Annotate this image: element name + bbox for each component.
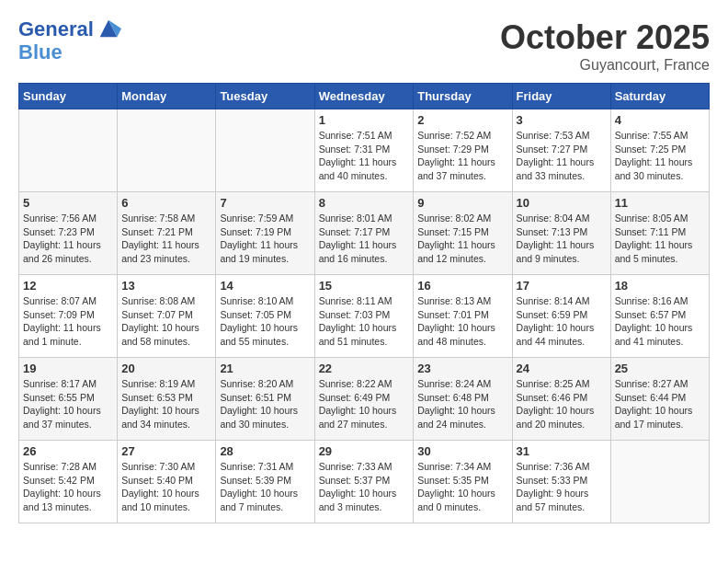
day-cell: 7Sunrise: 7:59 AMSunset: 7:19 PMDaylight… xyxy=(216,192,314,275)
day-number: 25 xyxy=(615,362,705,375)
day-cell: 2Sunrise: 7:52 AMSunset: 7:29 PMDaylight… xyxy=(414,109,512,192)
day-cell xyxy=(118,109,216,192)
day-info: Sunrise: 8:14 AMSunset: 6:59 PMDaylight:… xyxy=(517,294,607,349)
day-number: 20 xyxy=(121,362,211,375)
day-number: 2 xyxy=(417,113,507,127)
day-cell: 4Sunrise: 7:55 AMSunset: 7:25 PMDaylight… xyxy=(610,109,709,192)
day-cell: 8Sunrise: 8:01 AMSunset: 7:17 PMDaylight… xyxy=(314,192,414,275)
day-number: 10 xyxy=(517,196,607,210)
day-number: 24 xyxy=(517,362,607,375)
day-info: Sunrise: 8:22 AMSunset: 6:49 PMDaylight:… xyxy=(319,377,410,431)
day-cell: 6Sunrise: 7:58 AMSunset: 7:21 PMDaylight… xyxy=(118,192,216,275)
day-number: 5 xyxy=(23,196,113,210)
week-row-2: 5Sunrise: 7:56 AMSunset: 7:23 PMDaylight… xyxy=(19,192,710,275)
day-cell: 23Sunrise: 8:24 AMSunset: 6:48 PMDayligh… xyxy=(414,358,512,441)
week-row-4: 19Sunrise: 8:17 AMSunset: 6:55 PMDayligh… xyxy=(19,358,710,441)
day-cell: 18Sunrise: 8:16 AMSunset: 6:57 PMDayligh… xyxy=(610,275,709,358)
day-info: Sunrise: 8:07 AMSunset: 7:09 PMDaylight:… xyxy=(23,294,113,349)
day-number: 13 xyxy=(121,279,211,293)
day-info: Sunrise: 7:30 AMSunset: 5:40 PMDaylight:… xyxy=(121,460,211,514)
day-cell: 1Sunrise: 7:51 AMSunset: 7:31 PMDaylight… xyxy=(314,109,414,192)
day-number: 1 xyxy=(319,113,410,127)
day-info: Sunrise: 8:17 AMSunset: 6:55 PMDaylight:… xyxy=(23,377,113,431)
day-info: Sunrise: 8:27 AMSunset: 6:44 PMDaylight:… xyxy=(615,377,705,431)
header-cell-friday: Friday xyxy=(512,84,610,109)
day-cell: 25Sunrise: 8:27 AMSunset: 6:44 PMDayligh… xyxy=(610,358,709,441)
day-number: 18 xyxy=(615,279,705,293)
location: Guyancourt, France xyxy=(500,57,710,74)
day-info: Sunrise: 8:11 AMSunset: 7:03 PMDaylight:… xyxy=(319,294,410,349)
day-info: Sunrise: 7:59 AMSunset: 7:19 PMDaylight:… xyxy=(220,212,310,266)
day-cell: 11Sunrise: 8:05 AMSunset: 7:11 PMDayligh… xyxy=(610,192,709,275)
day-number: 31 xyxy=(517,444,607,458)
day-info: Sunrise: 7:58 AMSunset: 7:21 PMDaylight:… xyxy=(121,212,211,266)
day-cell xyxy=(216,109,314,192)
day-info: Sunrise: 7:36 AMSunset: 5:33 PMDaylight:… xyxy=(517,460,607,514)
day-cell: 16Sunrise: 8:13 AMSunset: 7:01 PMDayligh… xyxy=(414,275,512,358)
day-number: 17 xyxy=(517,279,607,293)
day-number: 29 xyxy=(319,444,410,458)
week-row-5: 26Sunrise: 7:28 AMSunset: 5:42 PMDayligh… xyxy=(19,441,710,523)
logo-text: General Blue xyxy=(18,18,121,63)
day-cell xyxy=(19,109,118,192)
day-info: Sunrise: 7:55 AMSunset: 7:25 PMDaylight:… xyxy=(615,129,705,183)
day-number: 15 xyxy=(319,279,410,293)
day-number: 23 xyxy=(417,362,507,375)
day-cell: 30Sunrise: 7:34 AMSunset: 5:35 PMDayligh… xyxy=(414,441,512,523)
calendar-table: SundayMondayTuesdayWednesdayThursdayFrid… xyxy=(18,83,710,523)
day-cell: 27Sunrise: 7:30 AMSunset: 5:40 PMDayligh… xyxy=(118,441,216,523)
day-cell: 24Sunrise: 8:25 AMSunset: 6:46 PMDayligh… xyxy=(512,358,610,441)
title-area: October 2025 Guyancourt, France xyxy=(500,18,710,74)
day-number: 6 xyxy=(121,196,211,210)
day-info: Sunrise: 8:25 AMSunset: 6:46 PMDaylight:… xyxy=(517,377,607,431)
day-cell: 13Sunrise: 8:08 AMSunset: 7:07 PMDayligh… xyxy=(118,275,216,358)
day-number: 7 xyxy=(220,196,310,210)
day-cell: 12Sunrise: 8:07 AMSunset: 7:09 PMDayligh… xyxy=(19,275,118,358)
header-cell-thursday: Thursday xyxy=(414,84,512,109)
day-number: 21 xyxy=(220,362,310,375)
header-cell-monday: Monday xyxy=(118,84,216,109)
day-number: 19 xyxy=(23,362,113,375)
day-cell: 15Sunrise: 8:11 AMSunset: 7:03 PMDayligh… xyxy=(314,275,414,358)
day-cell: 17Sunrise: 8:14 AMSunset: 6:59 PMDayligh… xyxy=(512,275,610,358)
day-number: 14 xyxy=(220,279,310,293)
day-cell: 5Sunrise: 7:56 AMSunset: 7:23 PMDaylight… xyxy=(19,192,118,275)
day-info: Sunrise: 8:04 AMSunset: 7:13 PMDaylight:… xyxy=(517,212,607,266)
day-info: Sunrise: 7:51 AMSunset: 7:31 PMDaylight:… xyxy=(319,129,410,183)
day-info: Sunrise: 7:31 AMSunset: 5:39 PMDaylight:… xyxy=(220,460,310,514)
day-cell: 28Sunrise: 7:31 AMSunset: 5:39 PMDayligh… xyxy=(216,441,314,523)
day-cell: 9Sunrise: 8:02 AMSunset: 7:15 PMDaylight… xyxy=(414,192,512,275)
day-info: Sunrise: 8:05 AMSunset: 7:11 PMDaylight:… xyxy=(615,212,705,266)
day-info: Sunrise: 8:08 AMSunset: 7:07 PMDaylight:… xyxy=(121,294,211,349)
day-info: Sunrise: 8:24 AMSunset: 6:48 PMDaylight:… xyxy=(417,377,507,431)
day-info: Sunrise: 8:01 AMSunset: 7:17 PMDaylight:… xyxy=(319,212,410,266)
day-info: Sunrise: 8:10 AMSunset: 7:05 PMDaylight:… xyxy=(220,294,310,349)
header-cell-sunday: Sunday xyxy=(19,84,118,109)
page-header: General Blue October 2025 Guyancourt, Fr… xyxy=(18,18,710,74)
month-title: October 2025 xyxy=(500,18,710,57)
day-cell: 31Sunrise: 7:36 AMSunset: 5:33 PMDayligh… xyxy=(512,441,610,523)
week-row-3: 12Sunrise: 8:07 AMSunset: 7:09 PMDayligh… xyxy=(19,275,710,358)
day-cell: 21Sunrise: 8:20 AMSunset: 6:51 PMDayligh… xyxy=(216,358,314,441)
logo-icon xyxy=(96,16,121,41)
day-info: Sunrise: 7:52 AMSunset: 7:29 PMDaylight:… xyxy=(417,129,507,183)
day-number: 3 xyxy=(517,113,607,127)
day-info: Sunrise: 7:34 AMSunset: 5:35 PMDaylight:… xyxy=(417,460,507,514)
day-cell: 10Sunrise: 8:04 AMSunset: 7:13 PMDayligh… xyxy=(512,192,610,275)
day-number: 9 xyxy=(417,196,507,210)
day-number: 30 xyxy=(417,444,507,458)
header-cell-tuesday: Tuesday xyxy=(216,84,314,109)
day-cell: 22Sunrise: 8:22 AMSunset: 6:49 PMDayligh… xyxy=(314,358,414,441)
day-cell: 19Sunrise: 8:17 AMSunset: 6:55 PMDayligh… xyxy=(19,358,118,441)
day-cell xyxy=(610,441,709,523)
day-info: Sunrise: 8:19 AMSunset: 6:53 PMDaylight:… xyxy=(121,377,211,431)
day-info: Sunrise: 8:16 AMSunset: 6:57 PMDaylight:… xyxy=(615,294,705,349)
day-number: 12 xyxy=(23,279,113,293)
day-cell: 26Sunrise: 7:28 AMSunset: 5:42 PMDayligh… xyxy=(19,441,118,523)
day-cell: 29Sunrise: 7:33 AMSunset: 5:37 PMDayligh… xyxy=(314,441,414,523)
header-cell-saturday: Saturday xyxy=(610,84,709,109)
logo: General Blue xyxy=(18,18,121,63)
day-number: 28 xyxy=(220,444,310,458)
day-info: Sunrise: 7:28 AMSunset: 5:42 PMDaylight:… xyxy=(23,460,113,514)
header-row: SundayMondayTuesdayWednesdayThursdayFrid… xyxy=(19,84,710,109)
